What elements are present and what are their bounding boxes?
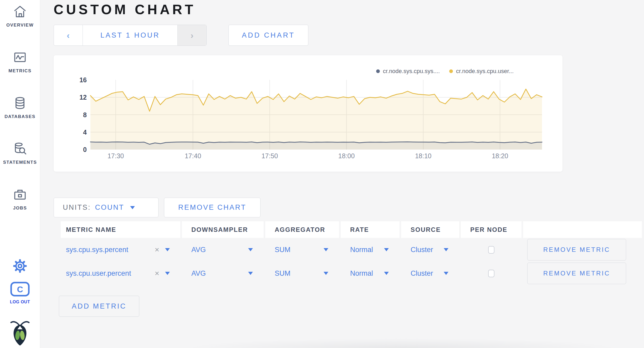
source-value: Cluster bbox=[411, 246, 433, 254]
sidebar-item-overview[interactable]: OVERVIEW bbox=[6, 4, 34, 28]
source-dropdown[interactable]: Cluster bbox=[401, 238, 459, 262]
cockroach-c-icon: C bbox=[10, 281, 30, 297]
column-header-per-node: PER NODE bbox=[461, 221, 522, 238]
settings-button[interactable] bbox=[13, 259, 27, 273]
databases-icon bbox=[13, 96, 27, 110]
rate-dropdown[interactable]: Normal bbox=[341, 238, 400, 262]
time-range-selector: ‹ LAST 1 HOUR › bbox=[54, 25, 207, 46]
sidebar-item-label: DATABASES bbox=[4, 114, 35, 119]
time-range-dropdown[interactable]: LAST 1 HOUR bbox=[83, 25, 177, 45]
rate-value: Normal bbox=[350, 269, 373, 278]
metrics-table-header: METRIC NAME DOWNSAMPLER AGGREGATOR RATE … bbox=[61, 221, 641, 238]
chart-card: cr.node.sys.cpu.sys.... cr.node.sys.cpu.… bbox=[54, 55, 563, 172]
table-row: sys.cpu.sys.percent AVG SUM Normal bbox=[61, 238, 641, 262]
svg-text:8: 8 bbox=[83, 111, 87, 119]
table-row: sys.cpu.user.percent AVG SUM Normal bbox=[61, 262, 641, 285]
legend-item[interactable]: cr.node.sys.cpu.user... bbox=[449, 68, 514, 75]
legend-dot-icon bbox=[376, 69, 380, 73]
clear-metric-icon[interactable] bbox=[155, 269, 159, 278]
svg-text:17:50: 17:50 bbox=[262, 152, 278, 160]
rate-dropdown[interactable]: Normal bbox=[341, 262, 400, 285]
per-node-checkbox[interactable] bbox=[488, 270, 494, 277]
svg-text:18:10: 18:10 bbox=[415, 152, 432, 160]
metrics-icon bbox=[13, 50, 27, 65]
metric-name-value: sys.cpu.user.percent bbox=[66, 269, 155, 278]
toolbar: ‹ LAST 1 HOUR › ADD CHART bbox=[54, 25, 644, 46]
sidebar-item-databases[interactable]: DATABASES bbox=[4, 96, 35, 119]
legend-label: cr.node.sys.cpu.user... bbox=[456, 68, 514, 75]
chevron-right-icon: › bbox=[191, 30, 193, 40]
sidebar-item-metrics[interactable]: METRICS bbox=[8, 50, 32, 74]
metric-name-dropdown[interactable]: sys.cpu.user.percent bbox=[61, 262, 180, 285]
aggregator-dropdown[interactable]: SUM bbox=[265, 262, 339, 285]
custom-chart-page: OVERVIEW METRICS DATABASES bbox=[0, 0, 644, 348]
dropdown-arrow-icon bbox=[324, 248, 328, 251]
aggregator-dropdown[interactable]: SUM bbox=[265, 238, 339, 262]
main-content: CUSTOM CHART ‹ LAST 1 HOUR › ADD CHART c… bbox=[40, 0, 644, 348]
column-header-source: SOURCE bbox=[401, 221, 459, 238]
sidebar-item-jobs[interactable]: JOBS bbox=[13, 187, 27, 211]
legend-dot-icon bbox=[449, 69, 453, 73]
actions-cell: REMOVE METRIC bbox=[523, 238, 642, 262]
add-metric-button[interactable]: ADD METRIC bbox=[59, 296, 139, 317]
home-icon bbox=[13, 4, 27, 19]
column-header-downsampler: DOWNSAMPLER bbox=[182, 221, 264, 238]
svg-text:12: 12 bbox=[79, 94, 87, 101]
dropdown-arrow-icon bbox=[165, 248, 170, 251]
svg-text:16: 16 bbox=[79, 76, 87, 84]
aggregator-value: SUM bbox=[275, 246, 290, 254]
remove-metric-button[interactable]: REMOVE METRIC bbox=[527, 239, 626, 260]
jobs-icon bbox=[13, 187, 27, 202]
svg-text:4: 4 bbox=[83, 129, 87, 136]
units-value: COUNT bbox=[95, 203, 124, 212]
units-label: UNITS: bbox=[63, 203, 91, 212]
legend-item[interactable]: cr.node.sys.cpu.sys.... bbox=[376, 68, 440, 75]
aggregator-value: SUM bbox=[275, 269, 290, 278]
metrics-table: METRIC NAME DOWNSAMPLER AGGREGATOR RATE … bbox=[61, 221, 641, 285]
per-node-checkbox[interactable] bbox=[488, 246, 494, 254]
dropdown-arrow-icon bbox=[248, 248, 253, 251]
dropdown-arrow-icon bbox=[384, 272, 389, 275]
sidebar-item-label: METRICS bbox=[8, 68, 32, 74]
statements-icon bbox=[13, 141, 27, 156]
column-header-rate: RATE bbox=[341, 221, 400, 238]
chart-controls-row: UNITS: COUNT REMOVE CHART bbox=[54, 198, 644, 217]
sidebar: OVERVIEW METRICS DATABASES bbox=[0, 0, 40, 348]
cockroach-logo-icon bbox=[10, 319, 30, 348]
add-chart-button[interactable]: ADD CHART bbox=[228, 25, 308, 46]
remove-metric-button[interactable]: REMOVE METRIC bbox=[527, 263, 626, 284]
rate-value: Normal bbox=[350, 246, 373, 254]
sidebar-item-statements[interactable]: STATEMENTS bbox=[3, 141, 37, 165]
logout-label: LOG OUT bbox=[10, 300, 30, 304]
dropdown-arrow-icon bbox=[444, 272, 448, 275]
source-value: Cluster bbox=[411, 269, 433, 278]
metric-name-dropdown[interactable]: sys.cpu.sys.percent bbox=[61, 238, 180, 262]
page-title: CUSTOM CHART bbox=[54, 2, 644, 17]
downsampler-dropdown[interactable]: AVG bbox=[182, 238, 264, 262]
dropdown-arrow-icon bbox=[444, 248, 448, 251]
remove-chart-button[interactable]: REMOVE CHART bbox=[164, 198, 260, 217]
chevron-left-icon: ‹ bbox=[67, 30, 70, 40]
column-header-aggregator: AGGREGATOR bbox=[265, 221, 339, 238]
column-header-actions bbox=[523, 221, 642, 238]
sidebar-item-label: JOBS bbox=[13, 206, 27, 211]
time-range-prev-button[interactable]: ‹ bbox=[54, 25, 83, 45]
downsampler-dropdown[interactable]: AVG bbox=[182, 262, 264, 285]
dropdown-arrow-icon bbox=[248, 272, 253, 275]
dropdown-arrow-icon bbox=[384, 248, 389, 251]
downsampler-value: AVG bbox=[191, 269, 206, 278]
clear-metric-icon[interactable] bbox=[155, 245, 159, 254]
svg-text:C: C bbox=[17, 285, 23, 294]
per-node-cell bbox=[461, 238, 522, 262]
dropdown-arrow-icon bbox=[130, 206, 135, 209]
svg-text:18:20: 18:20 bbox=[492, 152, 508, 160]
logout-button[interactable]: C LOG OUT bbox=[10, 281, 30, 304]
source-dropdown[interactable]: Cluster bbox=[401, 262, 459, 285]
per-node-cell bbox=[461, 262, 522, 285]
downsampler-value: AVG bbox=[191, 246, 206, 254]
time-range-next-button[interactable]: › bbox=[177, 25, 206, 45]
sidebar-item-label: OVERVIEW bbox=[6, 23, 34, 28]
dropdown-arrow-icon bbox=[324, 272, 328, 275]
units-dropdown[interactable]: UNITS: COUNT bbox=[54, 198, 159, 217]
svg-text:17:40: 17:40 bbox=[185, 152, 201, 160]
